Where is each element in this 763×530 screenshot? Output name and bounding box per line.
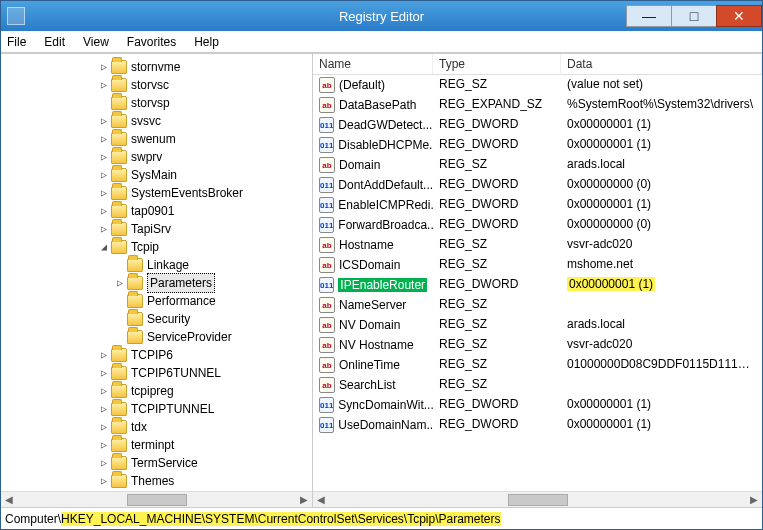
tree-node[interactable]: ▷Parameters — [1, 274, 312, 292]
expander-icon[interactable]: ▷ — [97, 400, 111, 418]
tree-label[interactable]: swprv — [131, 148, 162, 166]
minimize-button[interactable]: — — [626, 5, 672, 27]
tree-label[interactable]: TermService — [131, 454, 198, 472]
value-name[interactable]: abSearchList — [313, 375, 433, 395]
value-name[interactable]: abNV Domain — [313, 315, 433, 335]
menu-view[interactable]: View — [81, 33, 111, 51]
col-type[interactable]: Type — [433, 54, 561, 75]
tree-label[interactable]: storvsc — [131, 76, 169, 94]
tree-label[interactable]: stornvme — [131, 58, 180, 76]
expander-icon[interactable]: ▷ — [97, 364, 111, 382]
tree-node[interactable]: ▷TCPIPTUNNEL — [1, 400, 312, 418]
value-name[interactable]: abDataBasePath — [313, 95, 433, 115]
tree-label[interactable]: TapiSrv — [131, 220, 171, 238]
tree-label[interactable]: ServiceProvider — [147, 328, 232, 346]
tree-label[interactable]: tdx — [131, 418, 147, 436]
tree-label[interactable]: Parameters — [147, 273, 215, 293]
expander-icon[interactable]: ▷ — [97, 130, 111, 148]
tree-node[interactable]: ▷tap0901 — [1, 202, 312, 220]
tree-label[interactable]: Themes — [131, 472, 174, 490]
expander-icon[interactable]: ▷ — [97, 76, 111, 94]
values-pane[interactable]: Name Type Data ab(Default)REG_SZ(value n… — [313, 54, 762, 507]
tree-label[interactable]: swenum — [131, 130, 176, 148]
tree-node[interactable]: Security — [1, 310, 312, 328]
tree-label[interactable]: SystemEventsBroker — [131, 184, 243, 202]
tree-node[interactable]: ▷storvsc — [1, 76, 312, 94]
list-hscroll[interactable]: ◀▶ — [313, 491, 762, 507]
value-name[interactable]: 011UseDomainNam... — [313, 415, 433, 435]
tree-node[interactable]: Linkage — [1, 256, 312, 274]
tree-node[interactable]: storvsp — [1, 94, 312, 112]
expander-icon[interactable]: ▷ — [97, 112, 111, 130]
value-name[interactable]: abDomain — [313, 155, 433, 175]
expander-icon[interactable]: ▷ — [97, 346, 111, 364]
expander-icon[interactable]: ▷ — [97, 220, 111, 238]
tree-hscroll[interactable]: ◀▶ — [1, 491, 312, 507]
tree-node[interactable]: ▷TapiSrv — [1, 220, 312, 238]
tree-label[interactable]: Security — [147, 310, 190, 328]
tree-label[interactable]: Tcpip — [131, 238, 159, 256]
maximize-button[interactable]: □ — [671, 5, 717, 27]
value-name[interactable]: 011ForwardBroadca... — [313, 215, 433, 235]
tree-label[interactable]: tap0901 — [131, 202, 174, 220]
value-name[interactable]: 011DeadGWDetect... — [313, 115, 433, 135]
tree-node[interactable]: ▷swprv — [1, 148, 312, 166]
tree-node[interactable]: ▷TCPIP6 — [1, 346, 312, 364]
tree-label[interactable]: storvsp — [131, 94, 170, 112]
tree-label[interactable]: tcpipreg — [131, 382, 174, 400]
tree-label[interactable]: terminpt — [131, 436, 174, 454]
expander-icon[interactable]: ▷ — [97, 166, 111, 184]
tree-pane[interactable]: ▷stornvme▷storvscstorvsp▷svsvc▷swenum▷sw… — [1, 54, 313, 507]
tree-node[interactable]: Performance — [1, 292, 312, 310]
tree-label[interactable]: Performance — [147, 292, 216, 310]
tree-label[interactable]: svsvc — [131, 112, 161, 130]
expander-icon[interactable]: ▷ — [97, 148, 111, 166]
expander-icon[interactable]: ◢ — [97, 238, 111, 256]
value-name[interactable]: abOnlineTime — [313, 355, 433, 375]
expander-icon[interactable]: ▷ — [97, 472, 111, 490]
tree-node[interactable]: ▷TCPIP6TUNNEL — [1, 364, 312, 382]
menu-edit[interactable]: Edit — [42, 33, 67, 51]
close-button[interactable]: ✕ — [716, 5, 762, 27]
expander-icon[interactable]: ▷ — [97, 382, 111, 400]
tree-node[interactable]: ▷swenum — [1, 130, 312, 148]
tree-node[interactable]: ▷terminpt — [1, 436, 312, 454]
tree-label[interactable]: Linkage — [147, 256, 189, 274]
tree-label[interactable]: TCPIPTUNNEL — [131, 400, 214, 418]
value-name[interactable]: abNameServer — [313, 295, 433, 315]
tree-node[interactable]: ◢Tcpip — [1, 238, 312, 256]
tree-node[interactable]: ▷SystemEventsBroker — [1, 184, 312, 202]
tree-node[interactable]: ▷tdx — [1, 418, 312, 436]
expander-icon[interactable]: ▷ — [97, 58, 111, 76]
col-data[interactable]: Data — [561, 54, 762, 75]
value-name[interactable]: 011EnableICMPRedi... — [313, 195, 433, 215]
value-name[interactable]: 011DisableDHCPMe... — [313, 135, 433, 155]
tree-node[interactable]: ▷stornvme — [1, 58, 312, 76]
tree-label[interactable]: SysMain — [131, 166, 177, 184]
value-name[interactable]: abNV Hostname — [313, 335, 433, 355]
tree-node[interactable]: ▷TermService — [1, 454, 312, 472]
expander-icon[interactable]: ▷ — [97, 436, 111, 454]
expander-icon[interactable]: ▷ — [97, 202, 111, 220]
menu-file[interactable]: File — [5, 33, 28, 51]
value-name[interactable]: ab(Default) — [313, 75, 433, 95]
expander-icon[interactable]: ▷ — [97, 454, 111, 472]
menu-help[interactable]: Help — [192, 33, 221, 51]
tree-node[interactable]: ▷tcpipreg — [1, 382, 312, 400]
tree-node[interactable]: ▷Themes — [1, 472, 312, 490]
value-name[interactable]: 011IPEnableRouter — [313, 275, 433, 295]
expander-icon[interactable]: ▷ — [113, 274, 127, 292]
value-name[interactable]: abHostname — [313, 235, 433, 255]
tree-node[interactable]: ▷SysMain — [1, 166, 312, 184]
tree-label[interactable]: TCPIP6TUNNEL — [131, 364, 221, 382]
tree-node[interactable]: ServiceProvider — [1, 328, 312, 346]
value-name[interactable]: 011DontAddDefault... — [313, 175, 433, 195]
value-name[interactable]: 011SyncDomainWit... — [313, 395, 433, 415]
menu-favorites[interactable]: Favorites — [125, 33, 178, 51]
tree-label[interactable]: TCPIP6 — [131, 346, 173, 364]
expander-icon[interactable]: ▷ — [97, 418, 111, 436]
expander-icon[interactable]: ▷ — [97, 184, 111, 202]
value-name[interactable]: abICSDomain — [313, 255, 433, 275]
tree-node[interactable]: ▷svsvc — [1, 112, 312, 130]
col-name[interactable]: Name — [313, 54, 433, 75]
